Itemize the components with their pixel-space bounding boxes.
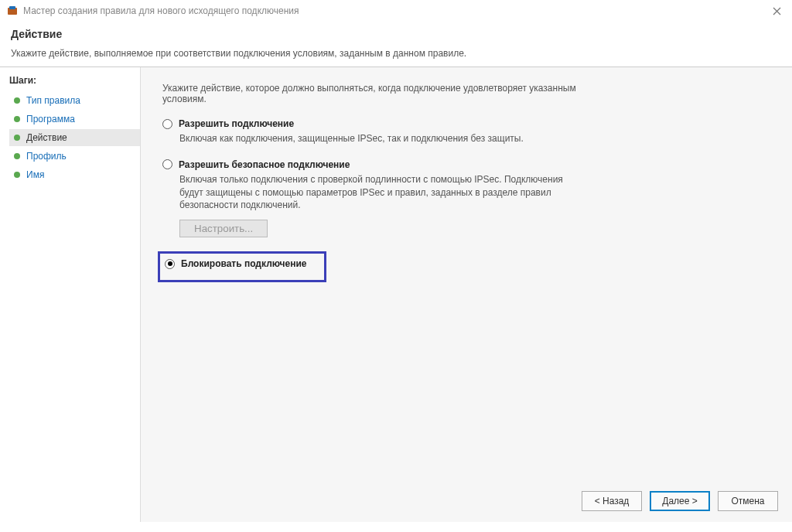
configure-button: Настроить... (179, 220, 268, 237)
radio-block[interactable] (165, 259, 175, 269)
option-allow: Разрешить подключение Включая как подклю… (162, 118, 770, 145)
page-title: Действие (11, 28, 781, 40)
option-block: Блокировать подключение (158, 251, 326, 282)
step-action[interactable]: Действие (9, 129, 140, 146)
firewall-icon (6, 5, 19, 17)
bullet-icon (14, 97, 20, 104)
steps-sidebar: Шаги: Тип правила Программа Действие Про… (0, 67, 141, 522)
option-allow-desc: Включая как подключения, защищенные IPSe… (179, 132, 582, 145)
bullet-icon (14, 135, 20, 141)
steps-title: Шаги: (9, 75, 140, 86)
back-button[interactable]: < Назад (582, 491, 642, 511)
option-allow-secure: Разрешить безопасное подключение Включая… (162, 159, 770, 237)
radio-allow-secure[interactable] (162, 159, 172, 169)
wizard-header: Действие Укажите действие, выполняемое п… (0, 22, 792, 59)
option-block-label: Блокировать подключение (181, 258, 307, 269)
bullet-icon (14, 116, 20, 122)
step-profile[interactable]: Профиль (9, 148, 140, 165)
step-rule-type[interactable]: Тип правила (9, 92, 140, 109)
bullet-icon (14, 172, 20, 178)
cancel-button[interactable]: Отмена (718, 491, 778, 511)
next-button[interactable]: Далее > (650, 491, 710, 511)
step-program[interactable]: Программа (9, 111, 140, 128)
page-description: Укажите действие, выполняемое при соотве… (11, 48, 781, 59)
main-pane: Укажите действие, которое должно выполня… (141, 67, 792, 522)
window-title: Мастер создания правила для нового исход… (23, 5, 299, 16)
bullet-icon (14, 153, 20, 159)
main-instruction: Укажите действие, которое должно выполня… (162, 83, 580, 104)
wizard-footer: < Назад Далее > Отмена (582, 491, 778, 511)
close-icon[interactable] (767, 2, 786, 20)
option-allow-secure-desc: Включая только подключения с проверкой п… (179, 173, 582, 212)
option-allow-label: Разрешить подключение (179, 118, 294, 129)
option-allow-secure-label: Разрешить безопасное подключение (179, 159, 350, 170)
svg-rect-1 (9, 6, 15, 9)
radio-allow[interactable] (162, 119, 172, 129)
titlebar: Мастер создания правила для нового исход… (0, 0, 792, 22)
step-name[interactable]: Имя (9, 166, 140, 183)
